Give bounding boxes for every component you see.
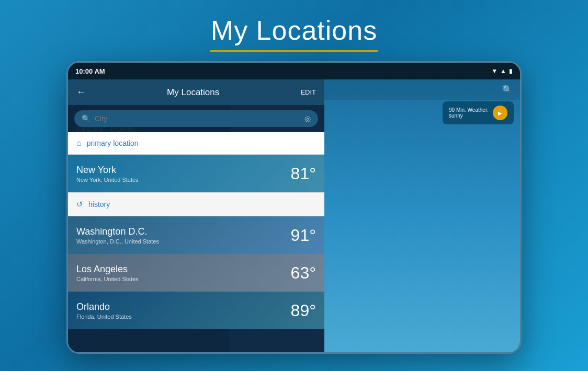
location-city: Los Angeles <box>76 264 139 275</box>
mini-card-label: 90 Min. Weather: sunny <box>449 107 489 119</box>
location-left: New York New York, United States <box>76 165 139 183</box>
location-temp: 91° <box>291 226 316 245</box>
status-bar: 10:00 AM ▼ ▲ ▮ <box>68 63 520 79</box>
status-time: 10:00 AM <box>75 67 105 75</box>
location-city: Washington D.C. <box>76 226 159 237</box>
location-content: Washington D.C. Washington, D.C., United… <box>68 216 324 254</box>
back-icon[interactable]: ← <box>76 87 86 98</box>
primary-label: primary location <box>87 139 139 147</box>
status-icons: ▼ ▲ ▮ <box>491 67 513 75</box>
search-icon: 🔍 <box>82 114 91 123</box>
page-title: My Locations <box>210 15 378 46</box>
history-icon: ↺ <box>76 200 83 209</box>
location-left: Washington D.C. Washington, D.C., United… <box>76 226 159 245</box>
home-icon: ⌂ <box>76 138 82 148</box>
edit-button[interactable]: EDIT <box>300 88 316 96</box>
location-item-dc[interactable]: Washington D.C. Washington, D.C., United… <box>68 216 324 254</box>
page-header: My Locations <box>210 0 378 52</box>
title-underline <box>210 50 378 52</box>
locations-overlay: ← My Locations EDIT 🔍 ◎ ⌂ primary locati… <box>68 79 324 352</box>
play-button[interactable]: ▶ <box>493 106 507 120</box>
location-item-newyork[interactable]: New York New York, United States 81° <box>68 155 324 192</box>
history-row[interactable]: ↺ history <box>68 192 324 216</box>
location-temp: 63° <box>291 263 316 283</box>
location-country: New York, United States <box>76 177 139 183</box>
location-temp: 89° <box>291 301 316 320</box>
wifi-icon: ▼ <box>491 67 497 75</box>
mini-weather-card: 90 Min. Weather: sunny ▶ <box>443 101 514 124</box>
location-item-orlando[interactable]: Orlando Florida, United States 89° <box>68 292 324 329</box>
location-city: New York <box>76 165 139 176</box>
primary-location-row[interactable]: ⌂ primary location <box>68 132 324 155</box>
location-left: Los Angeles California, United States <box>76 264 139 282</box>
location-city: Orlando <box>76 302 132 312</box>
overlay-header: ← My Locations EDIT <box>68 79 324 105</box>
location-country: California, United States <box>76 276 139 282</box>
battery-icon: ▮ <box>509 67 513 75</box>
overlay-title: My Locations <box>86 87 300 98</box>
location-country: Washington, D.C., United States <box>76 238 159 245</box>
search-icon[interactable]: 🔍 <box>502 85 513 95</box>
tablet-frame: 10:00 AM ▼ ▲ ▮ ☰ right now New York 81° … <box>66 61 522 354</box>
location-target-icon[interactable]: ◎ <box>304 114 311 123</box>
history-label: history <box>88 200 110 208</box>
main-content: ☰ right now New York 81° feels like 86° … <box>68 79 520 352</box>
location-temp: 81° <box>291 164 316 183</box>
location-content: New York New York, United States 81° <box>68 155 324 192</box>
location-list: ⌂ primary location New York New York, Un… <box>68 132 324 352</box>
location-country: Florida, United States <box>76 314 132 320</box>
search-bar: 🔍 ◎ <box>74 110 318 127</box>
signal-icon: ▲ <box>500 67 506 75</box>
city-search-input[interactable] <box>95 114 300 123</box>
location-item-la[interactable]: Los Angeles California, United States 63… <box>68 254 324 292</box>
location-content: Los Angeles California, United States 63… <box>68 254 324 292</box>
location-content: Orlando Florida, United States 89° <box>68 292 324 329</box>
location-left: Orlando Florida, United States <box>76 302 132 320</box>
